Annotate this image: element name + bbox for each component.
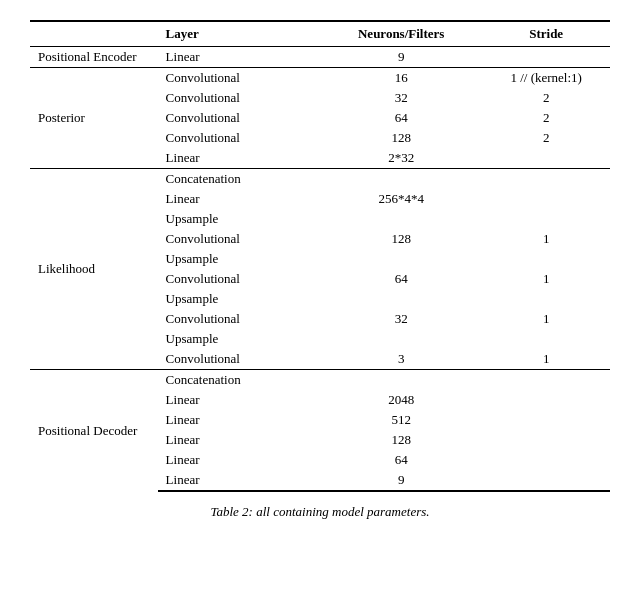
col-header-stride: Stride: [482, 21, 610, 47]
neurons-cell: 128: [320, 430, 482, 450]
neurons-cell: [320, 329, 482, 349]
table-container: Layer Neurons/Filters Stride Positional …: [30, 20, 610, 520]
architecture-table: Layer Neurons/Filters Stride Positional …: [30, 20, 610, 492]
neurons-cell: 9: [320, 470, 482, 491]
layer-cell: Linear: [158, 470, 320, 491]
layer-cell: Linear: [158, 47, 320, 68]
neurons-cell: [320, 370, 482, 391]
col-header-layer: Layer: [158, 21, 320, 47]
stride-cell: [482, 450, 610, 470]
layer-cell: Upsample: [158, 289, 320, 309]
table-row: Positional EncoderLinear9: [30, 47, 610, 68]
section-label: Positional Decoder: [30, 370, 158, 492]
layer-cell: Convolutional: [158, 229, 320, 249]
stride-cell: 2: [482, 88, 610, 108]
stride-cell: [482, 329, 610, 349]
neurons-cell: 2*32: [320, 148, 482, 169]
stride-cell: [482, 169, 610, 190]
stride-cell: [482, 370, 610, 391]
neurons-cell: 32: [320, 309, 482, 329]
layer-cell: Concatenation: [158, 169, 320, 190]
layer-cell: Convolutional: [158, 128, 320, 148]
layer-cell: Convolutional: [158, 68, 320, 89]
neurons-cell: 512: [320, 410, 482, 430]
stride-cell: 2: [482, 108, 610, 128]
section-label: Positional Encoder: [30, 47, 158, 68]
col-header-neurons: Neurons/Filters: [320, 21, 482, 47]
neurons-cell: 128: [320, 128, 482, 148]
layer-cell: Convolutional: [158, 269, 320, 289]
neurons-cell: 16: [320, 68, 482, 89]
layer-cell: Convolutional: [158, 88, 320, 108]
neurons-cell: 3: [320, 349, 482, 370]
stride-cell: [482, 289, 610, 309]
stride-cell: 1: [482, 309, 610, 329]
neurons-cell: [320, 169, 482, 190]
stride-cell: [482, 148, 610, 169]
neurons-cell: [320, 249, 482, 269]
layer-cell: Upsample: [158, 329, 320, 349]
layer-cell: Linear: [158, 189, 320, 209]
neurons-cell: 64: [320, 269, 482, 289]
neurons-cell: [320, 209, 482, 229]
neurons-cell: 2048: [320, 390, 482, 410]
neurons-cell: 64: [320, 108, 482, 128]
stride-cell: [482, 47, 610, 68]
stride-cell: 1: [482, 349, 610, 370]
stride-cell: 1: [482, 229, 610, 249]
layer-cell: Linear: [158, 430, 320, 450]
neurons-cell: [320, 289, 482, 309]
table-row: LikelihoodConcatenation: [30, 169, 610, 190]
layer-cell: Concatenation: [158, 370, 320, 391]
stride-cell: [482, 410, 610, 430]
section-label: Likelihood: [30, 169, 158, 370]
layer-cell: Convolutional: [158, 309, 320, 329]
stride-cell: 2: [482, 128, 610, 148]
layer-cell: Linear: [158, 450, 320, 470]
layer-cell: Linear: [158, 390, 320, 410]
stride-cell: [482, 249, 610, 269]
layer-cell: Upsample: [158, 249, 320, 269]
neurons-cell: 32: [320, 88, 482, 108]
table-row: PosteriorConvolutional161 // (kernel:1): [30, 68, 610, 89]
layer-cell: Convolutional: [158, 108, 320, 128]
stride-cell: [482, 470, 610, 491]
layer-cell: Convolutional: [158, 349, 320, 370]
stride-cell: 1 // (kernel:1): [482, 68, 610, 89]
layer-cell: Linear: [158, 410, 320, 430]
neurons-cell: 9: [320, 47, 482, 68]
layer-cell: Linear: [158, 148, 320, 169]
col-header-section: [30, 21, 158, 47]
neurons-cell: 128: [320, 229, 482, 249]
table-caption: Table 2: all containing model parameters…: [30, 504, 610, 520]
layer-cell: Upsample: [158, 209, 320, 229]
stride-cell: [482, 189, 610, 209]
table-row: Positional DecoderConcatenation: [30, 370, 610, 391]
stride-cell: 1: [482, 269, 610, 289]
stride-cell: [482, 390, 610, 410]
stride-cell: [482, 430, 610, 450]
neurons-cell: 64: [320, 450, 482, 470]
stride-cell: [482, 209, 610, 229]
neurons-cell: 256*4*4: [320, 189, 482, 209]
section-label: Posterior: [30, 68, 158, 169]
